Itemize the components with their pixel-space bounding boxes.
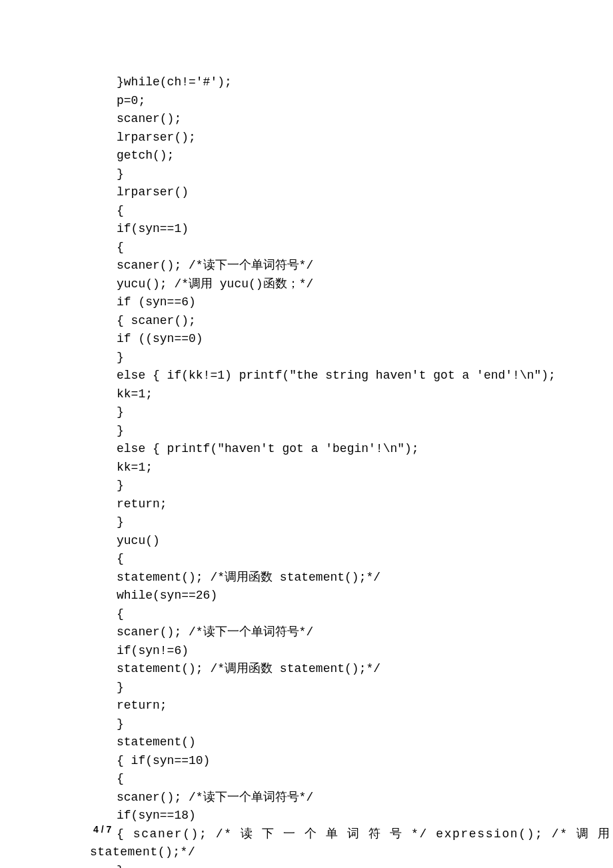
code-line: scaner(); /*读下一个单词符号*/ [117,623,613,642]
code-line: yucu() [117,532,613,551]
code-line: } [117,715,613,734]
code-line: lrparser() [117,183,613,202]
code-line: if(syn==18) [117,807,613,825]
code-line: else { if(kk!=1) printf("the string have… [117,367,613,385]
code-line: kk=1; [117,459,613,477]
code-line: { [117,239,613,257]
code-line-justified: { scaner(); /* 读 下 一 个 单 词 符 号 */ expres… [117,825,613,844]
code-line: } [117,422,613,441]
document-page: }while(ch!='#'); p=0; scaner(); lrparser… [0,0,613,868]
code-line: { if(syn==10) [117,752,613,771]
code-line: } [117,165,613,184]
code-line: kk=1; [117,385,613,404]
code-line: getch(); [117,147,613,165]
code-line: statement(); /*调用函数 statement();*/ [117,660,613,679]
code-line: if (syn==6) [117,293,613,312]
code-line: { [117,202,613,221]
code-line: }while(ch!='#'); [117,73,613,92]
code-line: return; [117,495,613,514]
code-line: } [117,349,613,367]
code-line: scaner(); [117,110,613,129]
code-line: { [117,550,613,569]
code-line: if ((syn==0) [117,330,613,349]
page-number: 4 / 7 [93,824,111,835]
code-line: scaner(); /*读下一个单词符号*/ [117,257,613,275]
code-line-continuation: statement();*/ [90,843,613,862]
code-line: return; [117,697,613,715]
code-line: if(syn!=6) [117,642,613,661]
code-line: } [117,403,613,422]
code-line: } [117,477,613,495]
code-line: { scaner(); [117,312,613,331]
code-line: { [117,770,613,789]
code-line: lrparser(); [117,129,613,147]
code-line: statement() [117,733,613,752]
code-line: yucu(); /*调用 yucu()函数；*/ [117,275,613,294]
code-line: { [117,605,613,624]
code-line: } [117,862,613,869]
code-line: if(syn==1) [117,220,613,239]
code-line: while(syn==26) [117,587,613,605]
code-line: scaner(); /*读下一个单词符号*/ [117,789,613,807]
code-line: } [117,513,613,532]
code-line: else { printf("haven't got a 'begin'!\n"… [117,440,613,459]
code-line: p=0; [117,92,613,111]
code-line: statement(); /*调用函数 statement();*/ [117,569,613,587]
code-line: } [117,679,613,697]
